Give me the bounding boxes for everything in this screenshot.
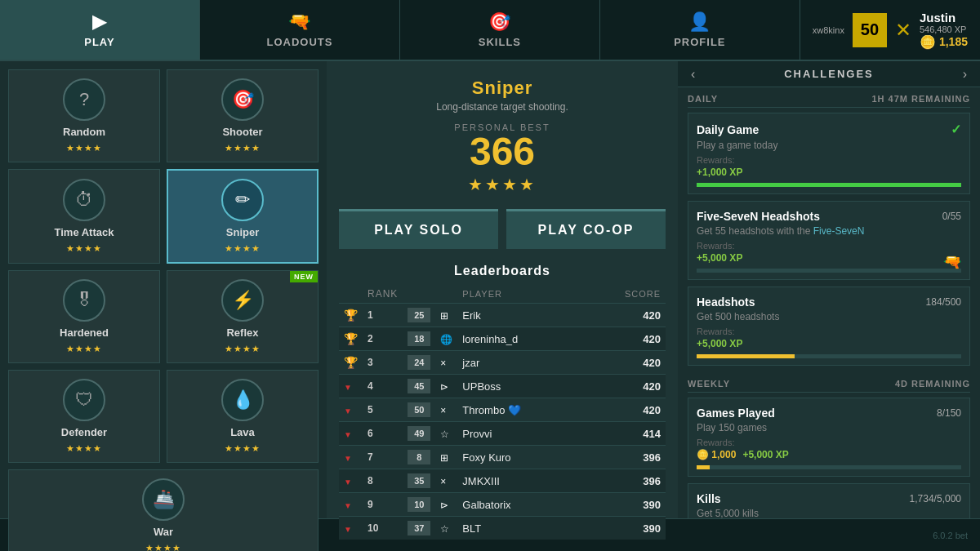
challenge-headshots-progress-bg <box>697 354 961 358</box>
challenge-headshots-rewards-label: Rewards: <box>697 327 961 336</box>
mode-hardened-label: Hardened <box>60 327 109 339</box>
score-cell: 390 <box>582 517 666 540</box>
table-row: 🏆 3 24 × jzar 420 <box>339 351 666 375</box>
rank-arrow-icon: ▼ <box>344 430 352 439</box>
xp-icon: ✕ <box>895 19 911 42</box>
col-player: PLAYER <box>457 285 581 304</box>
challenge-daily-game: Daily Game ✓ Play a game today Rewards: … <box>688 113 970 194</box>
challenge-fiveseven-count: 0/55 <box>942 211 961 222</box>
challenge-games-played-title: Games Played <box>697 407 775 420</box>
right-panel: ‹ CHALLENGES › DAILY 1h 47m remaining Da… <box>678 61 980 518</box>
challenge-fiveseven-progress-bg <box>697 269 961 273</box>
level-cell: 25 <box>403 304 435 327</box>
col-badge <box>435 285 457 304</box>
left-sidebar: ? Random ★★★★ 🎯 Shooter ★★★★ ⏱ Time Atta… <box>0 61 327 518</box>
mode-hardened[interactable]: 🎖 Hardened ★★★★ <box>8 270 160 363</box>
coins-row: 🪙 1,185 <box>920 34 968 50</box>
score-cell: 420 <box>582 375 666 398</box>
table-row: ▼ 10 37 ☆ BLT 390 <box>339 517 666 540</box>
rank-cell: 10 <box>363 517 403 540</box>
challenge-games-played-xp: +5,000 XP <box>742 449 788 460</box>
lava-icon: 💧 <box>221 379 264 421</box>
level-box: 35 <box>408 473 430 488</box>
score-cell: 414 <box>582 422 666 446</box>
nav-loadouts[interactable]: 🔫 LOADOUTS <box>200 0 400 60</box>
rank-cell: 6 <box>363 422 403 446</box>
challenge-games-played-rewards-label: Rewards: <box>697 438 961 447</box>
challenge-daily-game-progress-fill <box>697 183 961 187</box>
top-nav: ▶ PLAY 🔫 LOADOUTS 🎯 SKILLS 👤 PROFILE xw8… <box>0 0 980 61</box>
table-row: 🏆 2 18 🌐 loreninha_d 420 <box>339 327 666 351</box>
nav-play-label: PLAY <box>84 36 114 48</box>
badge-icon: ⊞ <box>440 452 448 464</box>
col-rank: RANK <box>363 285 403 304</box>
mode-reflex-stars: ★★★★ <box>225 344 261 354</box>
time-attack-icon: ⏱ <box>63 179 105 221</box>
challenge-kills-title: Kills <box>697 492 721 505</box>
score-cell: 420 <box>582 398 666 422</box>
nav-profile[interactable]: 👤 PROFILE <box>600 0 800 60</box>
challenges-header: ‹ CHALLENGES › <box>678 61 980 87</box>
mode-shooter-stars: ★★★★ <box>225 143 261 153</box>
weekly-section-label: WEEKLY 4d remaining <box>688 372 970 393</box>
nav-skills[interactable]: 🎯 SKILLS <box>400 0 600 60</box>
mode-shooter-label: Shooter <box>222 126 262 138</box>
personal-best-score: 366 <box>470 132 535 171</box>
trophy-cell: ▼ <box>339 517 363 540</box>
rank-cell: 1 <box>363 304 403 327</box>
mode-sniper[interactable]: ✏ Sniper ★★★★ <box>167 169 318 264</box>
user-xp: 546,480 XP <box>920 24 968 34</box>
mode-lava-stars: ★★★★ <box>225 443 261 454</box>
table-row: ▼ 9 10 ⊳ Galbatorix 390 <box>339 493 666 517</box>
score-cell: 396 <box>582 469 666 493</box>
mode-war[interactable]: 🚢 War ★★★★ <box>8 469 318 551</box>
level-badge: 50 <box>853 13 887 47</box>
mode-lava[interactable]: 💧 Lava ★★★★ <box>167 370 318 463</box>
mode-reflex[interactable]: NEW ⚡ Reflex ★★★★ <box>167 270 318 363</box>
challenge-fiveseven-xp: +5,000 XP <box>697 252 742 264</box>
mode-defender-label: Defender <box>61 426 107 438</box>
user-area: xw8kinx 50 ✕ Justin 546,480 XP 🪙 1,185 <box>800 0 980 60</box>
badge-cell: × <box>435 351 457 375</box>
play-solo-button[interactable]: PLAY SOLO <box>339 209 498 249</box>
new-badge-reflex: NEW <box>290 271 318 282</box>
col-trophy <box>339 285 363 304</box>
table-row: ▼ 6 49 ☆ Provvi 414 <box>339 422 666 446</box>
game-mode-desc: Long-distance target shooting. <box>436 101 568 113</box>
challenge-kills: Kills 1,734/5,000 Get 5,000 kills Reward… <box>688 483 970 518</box>
rank-arrow-icon: ▼ <box>344 454 352 463</box>
mode-time-attack[interactable]: ⏱ Time Attack ★★★★ <box>8 169 160 264</box>
challenge-kills-count: 1,734/5,000 <box>910 493 961 504</box>
badge-icon: ⊳ <box>440 381 448 393</box>
mode-random[interactable]: ? Random ★★★★ <box>8 69 160 162</box>
level-box: 18 <box>408 331 430 346</box>
mode-defender[interactable]: 🛡 Defender ★★★★ <box>8 370 160 463</box>
nav-play[interactable]: ▶ PLAY <box>0 0 200 60</box>
mode-defender-stars: ★★★★ <box>66 443 102 454</box>
mode-war-label: War <box>154 526 173 538</box>
profile-icon: 👤 <box>688 11 711 33</box>
challenge-games-played-progress-bg <box>697 465 961 469</box>
badge-cell: ☆ <box>435 422 457 446</box>
leaderboards-title: Leaderboards <box>339 264 666 278</box>
challenges-prev-button[interactable]: ‹ <box>684 64 702 85</box>
level-box: 50 <box>408 402 430 417</box>
skills-icon: 🎯 <box>488 11 511 33</box>
challenge-fiveseven: Five-SeveN Headshots 0/55 Get 55 headsho… <box>688 201 970 280</box>
challenge-headshots-xp: +5,000 XP <box>697 338 742 349</box>
mode-time-attack-stars: ★★★★ <box>66 243 102 254</box>
challenges-next-button[interactable]: › <box>956 64 973 85</box>
challenge-fiveseven-title: Five-SeveN Headshots <box>697 210 820 223</box>
play-coop-button[interactable]: PLAY CO-OP <box>506 209 666 249</box>
mode-shooter[interactable]: 🎯 Shooter ★★★★ <box>167 69 318 162</box>
mode-hardened-stars: ★★★★ <box>66 344 102 354</box>
rank-number: 4 <box>368 380 373 392</box>
trophy-cell: 🏆 <box>339 304 363 327</box>
challenge-fiveseven-icon: 🔫 <box>943 253 961 271</box>
badge-cell: ⊳ <box>435 375 457 398</box>
rank-arrow-icon: ▼ <box>344 501 352 510</box>
table-row: ▼ 4 45 ⊳ UPBoss 420 <box>339 375 666 398</box>
challenge-headshots-title: Headshots <box>697 295 755 309</box>
challenge-headshots-desc: Get 500 headshots <box>697 311 961 322</box>
version-text: 6.0.2 bet <box>933 531 968 540</box>
